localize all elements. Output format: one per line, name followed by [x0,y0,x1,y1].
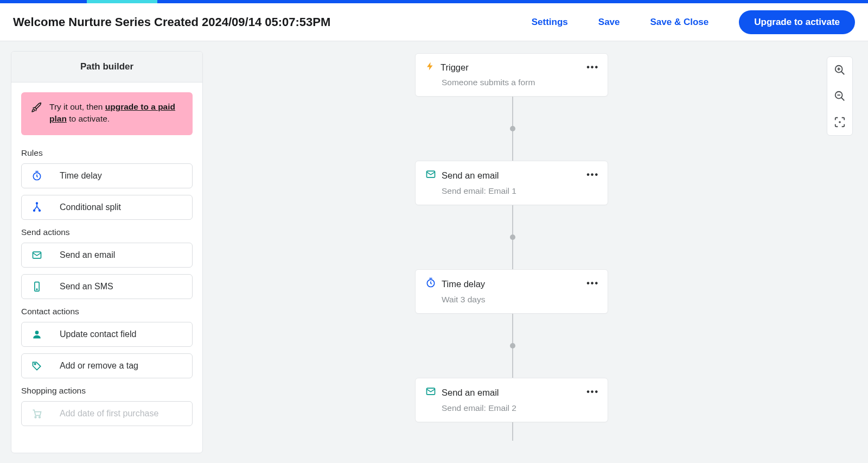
zoom-controls [827,56,853,136]
split-icon [30,202,43,213]
rocket-icon [31,101,42,115]
section-rules-title: Rules [21,148,193,158]
mail-icon [425,386,436,399]
workspace: Path builder Try it out, then upgrade to… [0,41,868,463]
bolt-icon [425,61,435,73]
save-close-link[interactable]: Save & Close [650,17,709,28]
block-time-delay[interactable]: Time delay [21,163,193,188]
mail-icon [425,169,436,182]
promo-text: Try it out, then upgrade to a paid plan … [49,101,183,125]
block-update-contact[interactable]: Update contact field [21,322,193,347]
phone-icon [30,281,43,292]
node-send-email-2[interactable]: Send an email Send email: Email 2 ••• [415,378,608,422]
connector [415,97,610,161]
node-menu-icon[interactable]: ••• [586,170,599,180]
header: Welcome Nurture Series Created 2024/09/1… [0,3,868,41]
add-step-dot[interactable] [510,126,515,131]
tag-icon [30,360,43,371]
flow-canvas[interactable]: Trigger Someone submits a form ••• Send … [206,41,819,463]
top-progress-bar [0,0,868,3]
block-send-email[interactable]: Send an email [21,243,193,268]
connector [415,314,610,378]
node-send-email-1[interactable]: Send an email Send email: Email 1 ••• [415,161,608,205]
node-menu-icon[interactable]: ••• [586,387,599,397]
fit-screen-button[interactable] [832,115,847,130]
svg-line-15 [841,72,845,75]
add-step-dot[interactable] [510,234,515,240]
page-title: Welcome Nurture Series Created 2024/09/1… [13,15,330,29]
block-add-remove-tag[interactable]: Add or remove a tag [21,353,193,378]
header-actions: Settings Save Save & Close Upgrade to ac… [532,10,855,34]
add-step-dot[interactable] [510,343,515,348]
path-builder-title: Path builder [11,52,202,83]
svg-point-3 [36,202,38,204]
svg-point-9 [35,416,36,418]
connector [415,205,610,269]
svg-point-7 [35,331,39,334]
timer-icon [30,170,43,181]
connector [415,422,610,441]
svg-point-8 [34,363,35,365]
svg-point-21 [839,121,841,123]
person-icon [30,329,43,340]
svg-point-1 [34,210,35,211]
mail-icon [30,250,43,261]
node-time-delay[interactable]: Time delay Wait 3 days ••• [415,269,608,314]
settings-link[interactable]: Settings [532,17,568,28]
svg-point-10 [39,416,41,418]
section-send-title: Send actions [21,227,193,237]
node-menu-icon[interactable]: ••• [586,62,599,72]
svg-line-19 [841,98,845,101]
block-conditional-split[interactable]: Conditional split [21,195,193,220]
cart-icon [30,408,43,419]
block-send-sms[interactable]: Send an SMS [21,274,193,299]
upgrade-button[interactable]: Upgrade to activate [739,10,855,34]
section-shopping-title: Shopping actions [21,386,193,396]
zoom-out-button[interactable] [832,88,847,104]
save-link[interactable]: Save [598,17,620,28]
timer-icon [425,277,436,290]
svg-point-6 [36,289,37,290]
zoom-in-button[interactable] [832,62,847,78]
section-contact-title: Contact actions [21,307,193,316]
node-menu-icon[interactable]: ••• [586,278,599,288]
path-builder-panel: Path builder Try it out, then upgrade to… [11,51,203,453]
node-trigger[interactable]: Trigger Someone submits a form ••• [415,53,608,97]
upgrade-promo[interactable]: Try it out, then upgrade to a paid plan … [21,92,193,135]
svg-point-2 [39,210,41,211]
block-first-purchase[interactable]: Add date of first purchase [21,401,193,426]
